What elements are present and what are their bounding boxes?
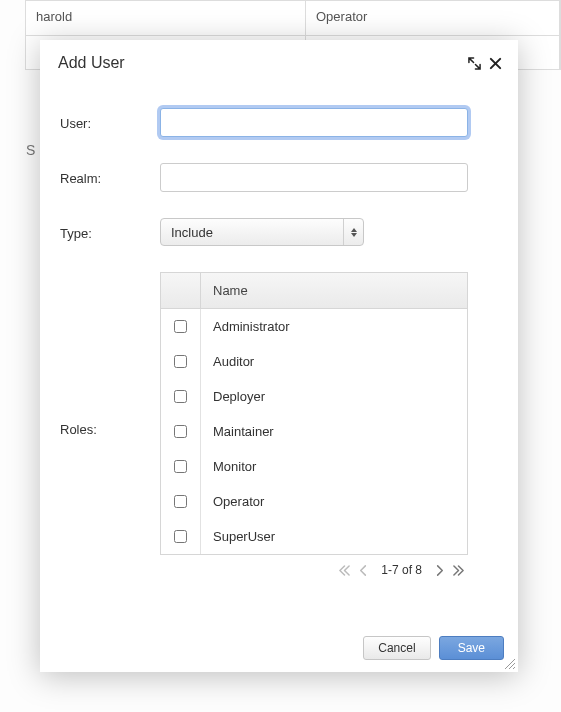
- cancel-button[interactable]: Cancel: [363, 636, 430, 660]
- label-type: Type:: [60, 224, 160, 241]
- role-name: Deployer: [201, 379, 467, 414]
- role-checkbox[interactable]: [174, 390, 187, 403]
- save-button[interactable]: Save: [439, 636, 504, 660]
- role-checkbox[interactable]: [174, 425, 187, 438]
- role-checkbox-cell: [161, 344, 201, 379]
- roles-table: Name AdministratorAuditorDeployerMaintai…: [160, 272, 468, 555]
- roles-table-header: Name: [161, 273, 467, 309]
- dialog-footer: Cancel Save: [363, 636, 504, 660]
- table-row: SuperUser: [161, 519, 467, 554]
- roles-header-checkbox-col: [161, 273, 201, 308]
- label-user: User:: [60, 114, 160, 131]
- background-cell-role: Operator: [306, 1, 560, 35]
- table-row: Monitor: [161, 449, 467, 484]
- roles-pager: 1-7 of 8: [160, 555, 468, 577]
- roles-header-name: Name: [201, 273, 467, 308]
- role-checkbox[interactable]: [174, 495, 187, 508]
- type-select-value: Include: [171, 225, 213, 240]
- table-row: Deployer: [161, 379, 467, 414]
- role-checkbox-cell: [161, 309, 201, 344]
- select-stepper-icon: [343, 219, 363, 245]
- form-row-roles: Roles: Name AdministratorAuditorDeployer…: [60, 272, 498, 577]
- role-checkbox-cell: [161, 379, 201, 414]
- pager-next-icon[interactable]: [434, 564, 445, 577]
- close-icon[interactable]: [489, 57, 502, 70]
- role-checkbox[interactable]: [174, 355, 187, 368]
- background-sidebar-letter: S: [26, 142, 35, 158]
- realm-input[interactable]: [160, 163, 468, 192]
- table-row: Maintainer: [161, 414, 467, 449]
- role-checkbox-cell: [161, 414, 201, 449]
- user-input[interactable]: [160, 108, 468, 137]
- role-name: SuperUser: [201, 519, 467, 554]
- table-row: Auditor: [161, 344, 467, 379]
- table-row: Administrator: [161, 309, 467, 344]
- dialog-body: User: Realm: Type: Include Roles:: [40, 82, 518, 577]
- add-user-dialog: Add User User: Realm: Type: Include: [40, 40, 518, 672]
- role-name: Monitor: [201, 449, 467, 484]
- table-row: Operator: [161, 484, 467, 519]
- resize-handle-icon[interactable]: [502, 656, 516, 670]
- pager-last-icon[interactable]: [453, 564, 464, 577]
- role-checkbox-cell: [161, 519, 201, 554]
- role-name: Maintainer: [201, 414, 467, 449]
- maximize-icon[interactable]: [468, 57, 481, 70]
- label-realm: Realm:: [60, 169, 160, 186]
- form-row-type: Type: Include: [60, 218, 498, 246]
- pager-info: 1-7 of 8: [381, 563, 422, 577]
- label-roles: Roles:: [60, 272, 160, 437]
- dialog-header: Add User: [40, 40, 518, 82]
- role-name: Administrator: [201, 309, 467, 344]
- background-cell-user: harold: [26, 1, 306, 35]
- form-row-user: User:: [60, 108, 498, 137]
- background-table-row: haroldOperator: [26, 1, 560, 35]
- role-checkbox[interactable]: [174, 530, 187, 543]
- role-name: Auditor: [201, 344, 467, 379]
- role-name: Operator: [201, 484, 467, 519]
- form-row-realm: Realm:: [60, 163, 498, 192]
- role-checkbox[interactable]: [174, 460, 187, 473]
- role-checkbox-cell: [161, 484, 201, 519]
- type-select[interactable]: Include: [160, 218, 364, 246]
- pager-prev-icon: [358, 564, 369, 577]
- dialog-title: Add User: [58, 54, 460, 72]
- pager-first-icon: [339, 564, 350, 577]
- role-checkbox[interactable]: [174, 320, 187, 333]
- role-checkbox-cell: [161, 449, 201, 484]
